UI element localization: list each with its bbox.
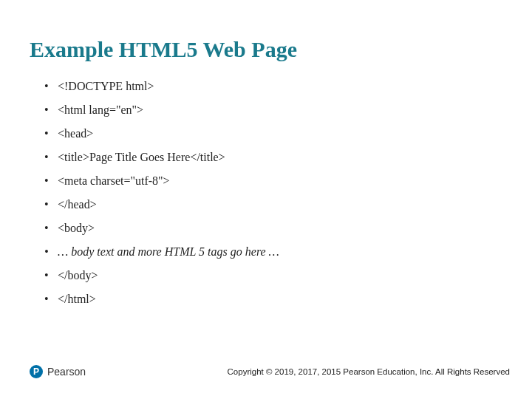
- code-line-italic: … body text and more HTML 5 tags go here…: [44, 245, 502, 259]
- code-line: <head>: [44, 127, 502, 140]
- logo: P Pearson: [30, 365, 86, 378]
- code-line: </head>: [44, 198, 502, 211]
- code-list: <!DOCTYPE html> <html lang="en"> <head> …: [30, 80, 502, 306]
- code-line: <meta charset="utf-8">: [44, 174, 502, 188]
- code-line: <body>: [44, 222, 502, 235]
- code-line: </html>: [44, 293, 502, 306]
- slide: Example HTML5 Web Page <!DOCTYPE html> <…: [0, 0, 532, 399]
- code-line: <html lang="en">: [44, 103, 502, 117]
- pearson-logo-icon: P: [30, 365, 43, 378]
- footer: P Pearson Copyright © 2019, 2017, 2015 P…: [30, 365, 510, 378]
- slide-title: Example HTML5 Web Page: [30, 37, 502, 62]
- code-line: <title>Page Title Goes Here</title>: [44, 151, 502, 164]
- code-line: <!DOCTYPE html>: [44, 80, 502, 93]
- copyright-text: Copyright © 2019, 2017, 2015 Pearson Edu…: [228, 367, 510, 376]
- pearson-logo-text: Pearson: [47, 366, 86, 378]
- code-line: </body>: [44, 269, 502, 282]
